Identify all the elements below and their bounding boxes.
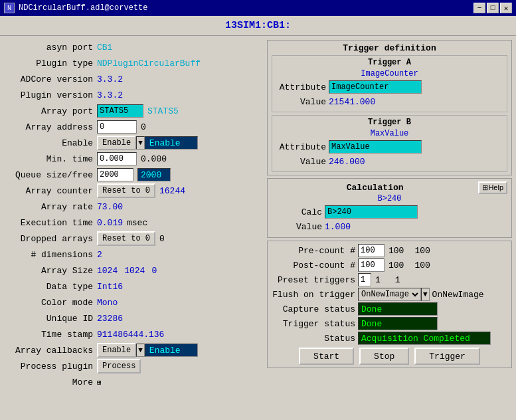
color-mode-row: Color mode Mono: [4, 295, 263, 310]
array-port-input[interactable]: [97, 104, 143, 118]
array-callbacks-button[interactable]: Enable: [97, 343, 136, 358]
more-label: More: [4, 377, 97, 387]
trigger-status-row: Trigger status Done: [272, 317, 507, 330]
dropped-arrays-reset-button[interactable]: Reset to 0: [97, 231, 155, 246]
min-time-display: 0.000: [141, 154, 167, 164]
precnt-v3: 100: [414, 246, 430, 256]
queue-size-input[interactable]: [97, 168, 133, 181]
array-callbacks-value: Enable: [145, 344, 198, 357]
preset-v3: 1: [395, 275, 400, 285]
trigger-definition-title: Trigger definition: [272, 43, 507, 53]
plugin-version-row: Plugin version 3.3.2: [4, 88, 263, 102]
start-button[interactable]: Start: [299, 348, 354, 365]
array-size-v2: 1024: [124, 266, 145, 276]
precnt-input[interactable]: [358, 244, 385, 257]
calc-input[interactable]: [325, 205, 418, 219]
trigger-a-title: Trigger A: [276, 58, 503, 67]
status-label: Status: [272, 334, 358, 344]
array-rate-label: Array rate: [4, 202, 97, 212]
trigger-button[interactable]: Trigger: [414, 348, 480, 365]
calc-link[interactable]: B>240: [272, 194, 507, 203]
trigger-a-attr-input[interactable]: [329, 80, 422, 94]
process-plugin-label: Process plugin: [4, 362, 97, 371]
enable-row: Enable Enable ▼ Enable: [4, 136, 263, 150]
trigger-definition-section: Trigger definition Trigger A ImageCounte…: [267, 40, 512, 175]
process-plugin-button[interactable]: Process: [97, 359, 141, 373]
color-mode-label: Color mode: [4, 298, 97, 308]
flush-row: Flush on trigger OnNewImage ▼ OnNewImage: [272, 288, 507, 301]
data-type-label: Data type: [4, 282, 97, 292]
dropped-arrays-value: 0: [159, 234, 165, 244]
preset-triggers-input[interactable]: [358, 273, 371, 286]
calc-label: Calc: [272, 207, 325, 217]
min-time-input[interactable]: [97, 152, 137, 165]
calc-val-label: Value: [272, 222, 325, 232]
execution-time-unit: msec: [127, 218, 147, 228]
data-type-row: Data type Int16: [4, 279, 263, 294]
asyn-port-value: CB1: [97, 43, 112, 52]
stop-button[interactable]: Stop: [359, 348, 409, 365]
preset-triggers-label: Preset triggers: [272, 275, 358, 285]
dimensions-row: # dimensions 2: [4, 247, 263, 262]
enable-button[interactable]: Enable: [97, 136, 136, 150]
array-size-v1: 1024: [97, 266, 118, 276]
postcnt-row: Post-count # 100 100: [272, 259, 507, 272]
array-address-label: Array address: [4, 122, 97, 132]
flush-dropdown-arrow[interactable]: ▼: [421, 288, 430, 301]
calculation-title: Calculation: [272, 183, 478, 193]
plugin-type-row: Plugin type NDPluginCircularBuff: [4, 56, 263, 70]
calc-help-button[interactable]: ⊞Help: [478, 181, 507, 194]
close-button[interactable]: ✕: [500, 3, 512, 13]
trigger-a-val-label: Value: [276, 97, 329, 107]
trigger-b-val-value: 246.000: [329, 157, 365, 167]
postcnt-label: Post-count #: [272, 261, 358, 270]
adcore-version-row: ADCore version 3.3.2: [4, 72, 263, 86]
execution-time-value: 0.019: [97, 218, 123, 228]
trigger-b-attr-label: Attribute: [276, 142, 329, 152]
app-icon: N: [4, 3, 15, 13]
process-plugin-row: Process plugin Process: [4, 359, 263, 373]
timestamp-value: 911486444.136: [97, 330, 164, 340]
capture-status-value: Done: [358, 302, 438, 316]
queue-free-value: 2000: [137, 168, 171, 181]
min-time-row: Min. time 0.000: [4, 152, 263, 166]
right-panel: Trigger definition Trigger A ImageCounte…: [267, 40, 512, 413]
maximize-button[interactable]: □: [487, 3, 499, 13]
enable-label: Enable: [4, 138, 97, 148]
more-icon[interactable]: ⊞: [97, 378, 102, 387]
array-rate-value: 73.00: [97, 202, 123, 212]
enable-dropdown-arrow[interactable]: ▼: [136, 136, 145, 150]
capture-status-row: Capture status Done: [272, 302, 507, 316]
array-address-input[interactable]: [97, 120, 137, 134]
trigger-b-attr-input[interactable]: [329, 140, 422, 154]
action-buttons: Start Stop Trigger: [272, 348, 507, 365]
precnt-row: Pre-count # 100 100: [272, 244, 507, 257]
array-size-v3: 0: [151, 266, 157, 276]
array-callbacks-dropdown[interactable]: ▼: [136, 344, 145, 357]
flush-select[interactable]: OnNewImage: [358, 288, 421, 301]
calc-val-value: 1.000: [325, 222, 351, 232]
plugin-type-label: Plugin type: [4, 58, 97, 68]
array-address-row: Array address 0: [4, 120, 263, 134]
precnt-v2: 100: [388, 246, 404, 256]
flush-value: OnNewImage: [432, 290, 484, 300]
title-bar: N NDCircularBuff.adl@corvette − □ ✕: [0, 0, 516, 16]
window-title: 13SIM1:CB1:: [0, 16, 516, 36]
execution-time-label: Execution time: [4, 218, 97, 228]
trigger-a-link[interactable]: ImageCounter: [276, 69, 503, 78]
array-callbacks-row: Array callbacks Enable ▼ Enable: [4, 343, 263, 358]
trigger-b-title: Trigger B: [276, 118, 503, 127]
array-port-row: Array port STATS5: [4, 104, 263, 118]
array-counter-reset-button[interactable]: Reset to 0: [97, 183, 155, 198]
data-type-value: Int16: [97, 282, 123, 292]
minimize-button[interactable]: −: [473, 3, 485, 13]
array-address-display: 0: [141, 122, 146, 132]
dimensions-value: 2: [97, 250, 102, 260]
postcnt-input[interactable]: [358, 259, 385, 272]
title-bar-text: NDCircularBuff.adl@corvette: [19, 3, 147, 13]
dimensions-label: # dimensions: [4, 250, 97, 260]
unique-id-value: 23286: [97, 314, 123, 324]
array-counter-row: Array counter Reset to 0 16244: [4, 183, 263, 198]
trigger-b-link[interactable]: MaxValue: [276, 129, 503, 138]
min-time-label: Min. time: [4, 154, 97, 164]
